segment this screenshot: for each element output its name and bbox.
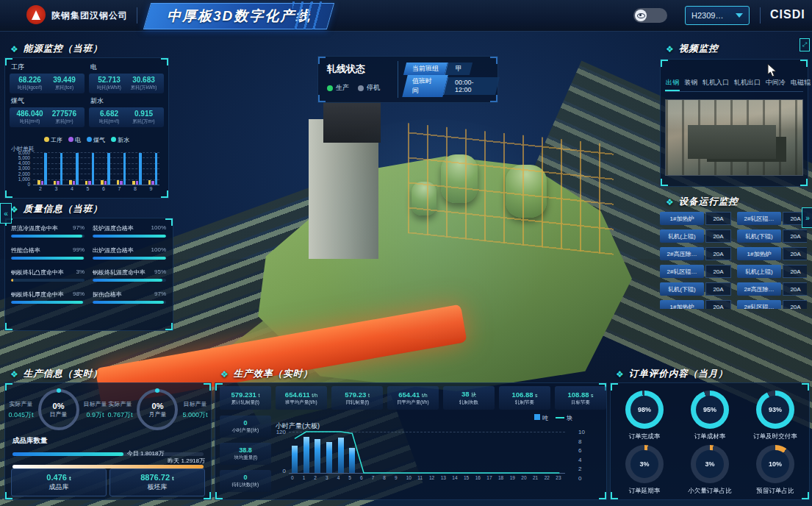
equipment-current-value: 20A: [783, 300, 807, 309]
x-tick: 7: [118, 186, 121, 191]
video-tab-装钢[interactable]: 装钢: [683, 76, 698, 91]
collapse-left-tab[interactable]: «: [0, 203, 12, 224]
equipment-cell[interactable]: 轧机(下辊)20A: [660, 282, 731, 296]
efficiency-side-box: 0待轧块数(块): [220, 470, 271, 492]
equipment-cell[interactable]: 1#加热炉20A: [660, 300, 731, 309]
video-tab-轧机出口[interactable]: 轧机出口: [733, 76, 761, 91]
x-tick: 6: [102, 186, 105, 191]
energy-group: 工序68.226吨耗(kgce/t)39.449累耗(tce): [10, 60, 85, 93]
diamond-icon: ❖: [666, 44, 675, 54]
inventory-bar-label: 昨天 1.2918万: [168, 457, 205, 465]
quality-item-header: 钢板终轧厚度命中率98%: [11, 291, 85, 299]
quality-panel-title: ❖质量信息（当班）: [10, 203, 103, 215]
quality-item-header: 出炉温度合格率100%: [93, 246, 166, 254]
energy-metric: 52.713吨耗(kWh/t): [92, 76, 126, 91]
x-tick: 5: [348, 475, 351, 480]
efficiency-card-value: 654.41 t/h: [398, 391, 428, 399]
order-donut-hole: 93%: [761, 396, 789, 424]
x-tick: 12: [429, 475, 434, 480]
quality-item: 钢板终轧温度命中率95%: [93, 268, 166, 282]
video-tab-电磁辊[interactable]: 电磁辊: [790, 76, 811, 91]
energy-metric-value: 68.226: [12, 76, 47, 84]
flame-icon: [32, 10, 40, 20]
side-box-label: 待轧块数(块): [232, 481, 259, 488]
legend-dot: [68, 137, 73, 142]
legend-item: 吨: [534, 414, 548, 422]
mill-status-legend: 生产 停机: [327, 83, 380, 93]
legend-item: 电: [68, 136, 81, 144]
video-expand-tab[interactable]: ⤢: [800, 38, 810, 51]
energy-metric: 486.040吨耗(m³/t): [12, 110, 47, 125]
plate-id-dropdown[interactable]: H2309…: [685, 6, 750, 25]
x-tick: 3: [326, 475, 328, 480]
equipment-cell[interactable]: 1#加热炉20A: [737, 247, 807, 260]
x-tick: 15: [464, 475, 469, 480]
quality-item: 钢板终轧凸度命中率3%: [11, 268, 85, 282]
energy-chart-yaxis: 6,0005,0004,0003,0002,0001,0000: [11, 150, 30, 187]
mill-status-panel: 轧线状态 生产 停机 当前班组 甲 值班时间 00:00-12:00: [317, 56, 498, 103]
x-tick: 14: [452, 475, 457, 480]
order-donut-hole: 3%: [630, 450, 658, 478]
gauge-target-value: 5.000万t: [182, 410, 207, 420]
quality-bar-fill: [11, 301, 83, 304]
order-donut: 10%: [756, 445, 794, 483]
video-tab-中间冷[interactable]: 中间冷: [765, 76, 786, 91]
right-y-tick: 10: [578, 429, 585, 435]
energy-bar: [76, 153, 79, 185]
energy-metric-value: 277576: [47, 110, 82, 118]
quality-bar-fill: [93, 301, 164, 304]
quality-item: 钢板终轧厚度命中率98%: [11, 291, 85, 304]
order-donut: 95%: [691, 391, 729, 429]
energy-group-name: 煤气: [11, 96, 85, 106]
energy-bar: [107, 153, 110, 185]
production-panel: 实际产量0.045万t0%日产量目标产量0.9万t实际产量0.767万t0%月产…: [4, 382, 212, 500]
energy-group-name: 新水: [90, 96, 164, 106]
diamond-icon: ❖: [616, 369, 625, 380]
efficiency-card-label: 日平均产量(t/h): [397, 399, 429, 405]
order-donut-label: 小欠量订单占比: [678, 487, 742, 496]
order-donut-hole: 98%: [630, 396, 658, 424]
status-divider: [398, 61, 398, 98]
order-donut-hole: 3%: [696, 450, 724, 478]
camera-feed[interactable]: [665, 99, 803, 176]
equipment-panel-title: ❖设备运行监控: [666, 196, 739, 208]
video-tab-轧机入口[interactable]: 轧机入口: [702, 76, 730, 91]
energy-bar: [136, 181, 139, 185]
x-tick: 4: [337, 475, 340, 480]
equipment-cell[interactable]: 2#高压除…20A: [737, 282, 807, 296]
equipment-cell[interactable]: 轧机(上辊)20A: [660, 229, 731, 243]
equipment-cell[interactable]: 2#轧区辊…20A: [737, 212, 807, 225]
energy-metric-value: 52.713: [92, 76, 126, 84]
efficiency-card: 108.88 s目标节奏: [555, 386, 606, 410]
energy-panel-title: ❖能源监控（当班）: [10, 43, 103, 55]
video-tab-出钢[interactable]: 出钢: [665, 76, 680, 91]
energy-bar: [123, 153, 126, 185]
x-tick: 16: [475, 475, 481, 480]
quality-bar-track: [11, 257, 85, 260]
collapse-right-tab[interactable]: »: [802, 207, 812, 228]
quality-bar-track: [11, 301, 85, 304]
x-tick: 6: [360, 475, 363, 480]
quality-item-header: 钢板终轧凸度命中率3%: [11, 268, 85, 277]
equipment-cell[interactable]: 2#轧区辊…20A: [660, 265, 731, 278]
equipment-cell[interactable]: 轧机(下辊)20A: [737, 229, 807, 243]
hour-chart-legend: 吨块: [534, 414, 572, 422]
quality-item-header: 层流冷温度命中率97%: [11, 224, 85, 232]
mill-status-title: 轧线状态: [327, 63, 365, 76]
efficiency-card: 654.611 t/h班平均产量(t/h): [276, 386, 327, 410]
gauge-target: 目标产量0.9万t: [84, 400, 107, 420]
efficiency-card: 579.231 t累计轧制量(t): [220, 386, 271, 410]
equipment-cell[interactable]: 2#轧区辊…20A: [737, 300, 807, 309]
diamond-icon: ❖: [220, 369, 229, 380]
energy-bar: [148, 180, 151, 185]
energy-bar: [117, 180, 120, 185]
energy-metric: 6.682吨耗(m³/t): [92, 110, 126, 125]
energy-metric-unit: 累耗(万m³): [128, 118, 159, 125]
x-tick: 8: [134, 186, 137, 191]
equipment-cell[interactable]: 2#高压除…20A: [660, 247, 731, 260]
equipment-cell[interactable]: 1#加热炉20A: [660, 212, 731, 225]
visibility-toggle[interactable]: [633, 8, 667, 23]
production-panel-title: ❖生产信息（实时）: [10, 368, 103, 380]
legend-swatch: [556, 417, 564, 418]
equipment-cell[interactable]: 轧机(上辊)20A: [737, 265, 807, 278]
